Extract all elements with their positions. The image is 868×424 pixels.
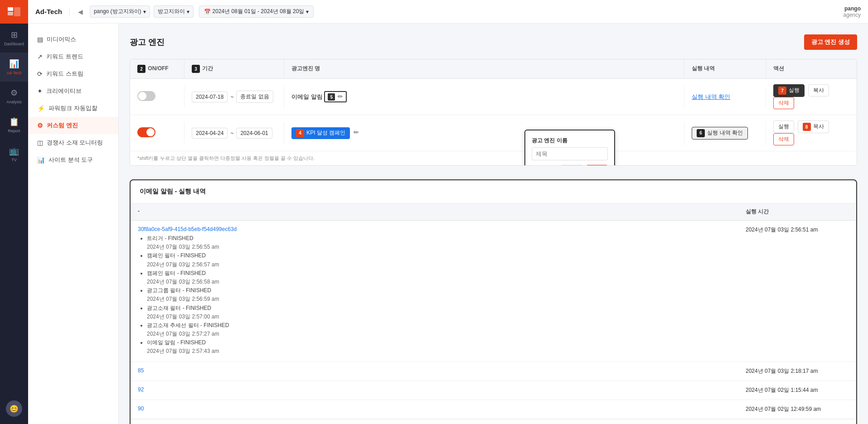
custom-engine-icon: ⚙ <box>37 122 43 129</box>
date-dropdown-icon: ▾ <box>306 9 309 15</box>
history-th-id: - <box>131 203 738 220</box>
history-link-1[interactable]: 실행 내역 확인 <box>692 93 730 100</box>
svg-rect-2 <box>8 12 13 15</box>
account-select[interactable]: pango (방고지와이) ▾ <box>90 5 150 18</box>
history-num-link-85[interactable]: 85 <box>138 367 144 374</box>
history-row-id-cell: 30f8a0ce-5af9-415d-b5eb-f54d499ec63d 트리거… <box>131 221 738 361</box>
history-panel-title: 이메일 알림 - 실행 내역 <box>131 180 856 203</box>
history-table-header: - 실행 시간 <box>131 203 856 221</box>
sidebar-item-tv[interactable]: 📺 TV <box>0 140 28 169</box>
sidebar-label-report: Report <box>8 129 20 133</box>
popup-cancel-button[interactable]: 취소 <box>561 165 583 166</box>
content-wrapper: ▤ 미디어믹스 ↗ 키워드 트렌드 ⟳ 키워드 스트림 ✦ 크리에이티브 ⚡ 파… <box>28 24 868 424</box>
history-time-85: 2024년 07월 03일 2:18:17 am <box>738 362 856 381</box>
th-action: 액션 <box>766 59 857 78</box>
svg-rect-1 <box>8 7 13 11</box>
edit-name-button-1[interactable]: 5 ✏ <box>324 91 347 103</box>
td-toggle-1[interactable] <box>130 86 184 108</box>
td-history-2[interactable]: 6 실행 내역 확인 <box>684 121 766 145</box>
list-item: 캠페인 필터 - FINISHED 2024년 07월 03일 2:56:57 … <box>147 251 731 269</box>
avatar[interactable]: 😊 <box>6 400 22 417</box>
date-select[interactable]: 📅 2024년 08월 01일 - 2024년 08월 20일 ▾ <box>199 5 314 18</box>
list-item: 이메일 알림 - FINISHED 2024년 07월 03일 2:57:43 … <box>147 338 731 356</box>
th-history: 실행 내역 <box>684 59 766 78</box>
history-num-link-92[interactable]: 92 <box>138 386 144 393</box>
menu-item-competitor[interactable]: ◫ 경쟁사 소재 모니터링 <box>28 134 118 151</box>
run-button-1[interactable]: 7 실행 <box>773 84 805 97</box>
main-wrapper: Ad-Tech ◀ pango (방고지와이) ▾ 방고지와이 ▾ 📅 2024… <box>28 0 868 424</box>
history-row-85: 85 2024년 07월 03일 2:18:17 am <box>131 362 856 381</box>
td-history-1[interactable]: 실행 내역 확인 <box>684 87 766 106</box>
td-period-1: 2024-07-18 ~ 종료일 없음 <box>184 85 284 108</box>
brand-title: Ad-Tech <box>35 8 70 15</box>
user-role: agency <box>843 12 861 18</box>
copy-button-1[interactable]: 복사 <box>808 84 829 96</box>
history-num-link-90[interactable]: 90 <box>138 405 144 412</box>
account-dropdown-icon: ▾ <box>143 9 146 15</box>
ann-5: 5 <box>328 93 335 101</box>
menu-item-media-mix[interactable]: ▤ 미디어믹스 <box>28 31 118 48</box>
date-range-label: 2024년 08월 01일 - 2024년 08월 20일 <box>213 8 305 15</box>
history-id-link[interactable]: 30f8a0ce-5af9-415d-b5eb-f54d499ec63d <box>138 226 731 232</box>
media-dropdown-icon: ▾ <box>187 9 189 15</box>
sidebar-item-dashboard[interactable]: ⊞ Dashboard <box>0 24 28 53</box>
left-menu: ▤ 미디어믹스 ↗ 키워드 트렌드 ⟳ 키워드 스트림 ✦ 크리에이티브 ⚡ 파… <box>28 24 119 424</box>
adtech-icon: 📊 <box>9 59 19 69</box>
sidebar-label-tv: TV <box>11 158 17 162</box>
menu-label-competitor: 경쟁사 소재 모니터링 <box>47 139 103 147</box>
popup-input[interactable] <box>532 147 608 160</box>
page-content: 광고 엔진 광고 엔진 생성 2 ON/OFF 3 기간 광고엔진 명 <box>119 24 868 424</box>
run-button-2[interactable]: 실행 <box>773 120 794 133</box>
history-button-2[interactable]: 6 실행 내역 확인 <box>692 127 748 140</box>
td-period-2: 2024-04-24 ~ 2024-06-01 <box>184 122 284 144</box>
menu-label-custom-engine: 커스텀 엔진 <box>47 121 78 130</box>
toggle-off-1[interactable] <box>137 91 155 101</box>
ann-3: 3 <box>192 65 200 73</box>
user-info: pango agency <box>843 5 861 18</box>
toggle-on-2[interactable] <box>137 127 155 137</box>
menu-item-keyword-stream[interactable]: ⟳ 키워드 스트림 <box>28 65 118 82</box>
ann-6: 6 <box>697 129 705 137</box>
collapse-button[interactable]: ◀ <box>75 6 86 17</box>
analysis-icon: ⚙ <box>10 88 18 98</box>
sidebar-item-report[interactable]: 📋 Report <box>0 111 28 140</box>
menu-item-creative[interactable]: ✦ 크리에이티브 <box>28 82 118 100</box>
table-row: 2024-04-24 ~ 2024-06-01 4 KPI 달성 캠페인 ✏ <box>130 115 857 151</box>
table-row: 2024-07-18 ~ 종료일 없음 이메일 알림 5 ✏ 실행 내역 <box>130 79 857 115</box>
popup-buttons: 취소 변경 <box>532 165 608 166</box>
report-icon: 📋 <box>9 117 19 127</box>
username: pango <box>843 5 861 12</box>
svg-rect-3 <box>14 7 20 16</box>
menu-item-site-analysis[interactable]: 📊 사이트 분석 도구 <box>28 151 118 169</box>
date-start-1: 2024-07-18 <box>192 92 228 102</box>
menu-item-keyword-trend[interactable]: ↗ 키워드 트렌드 <box>28 48 118 65</box>
sidebar-label-analysis: Analysis <box>6 100 22 104</box>
history-footer: 10 20 50 1 <box>131 419 856 424</box>
ann-4: 4 <box>296 129 304 137</box>
ann-8: 8 <box>803 123 811 131</box>
menu-label-media-mix: 미디어믹스 <box>47 35 76 43</box>
media-label: 방고지와이 <box>158 8 185 15</box>
list-item: 광고그룹 필터 - FINISHED 2024년 07월 03일 2:56:59… <box>147 286 731 304</box>
competitor-icon: ◫ <box>37 139 43 146</box>
sidebar-item-analysis[interactable]: ⚙ Analysis <box>0 82 28 111</box>
ann-7: 7 <box>778 87 786 95</box>
copy-button-2[interactable]: 8 목사 <box>798 120 829 133</box>
delete-button-2[interactable]: 삭제 <box>773 133 794 145</box>
td-toggle-2[interactable] <box>130 122 184 144</box>
media-mix-icon: ▤ <box>37 36 43 43</box>
date-start-2: 2024-04-24 <box>192 128 228 139</box>
date-end-1: 종료일 없음 <box>236 91 273 103</box>
hint-text: *shift키를 누르고 상단 열을 클릭하면 다중정렬 사용 혹은 정렬을 끌… <box>130 155 857 165</box>
media-select[interactable]: 방고지와이 ▾ <box>154 5 194 18</box>
menu-item-powerlink[interactable]: ⚡ 파워링크 자동입찰 <box>28 100 118 117</box>
menu-item-custom-engine[interactable]: ⚙ 커스텀 엔진 <box>28 117 118 134</box>
edit-name-button-2[interactable]: ✏ <box>352 127 361 138</box>
keyword-trend-icon: ↗ <box>37 53 43 60</box>
delete-button-1[interactable]: 삭제 <box>773 97 794 109</box>
popup-save-button[interactable]: 변경 <box>586 165 608 166</box>
history-id-90: 90 <box>131 400 738 419</box>
sidebar-item-adtech[interactable]: 📊 Ad-Tech <box>0 53 28 82</box>
create-engine-button[interactable]: 광고 엔진 생성 <box>804 34 857 50</box>
menu-label-creative: 크리에이티브 <box>46 87 82 95</box>
